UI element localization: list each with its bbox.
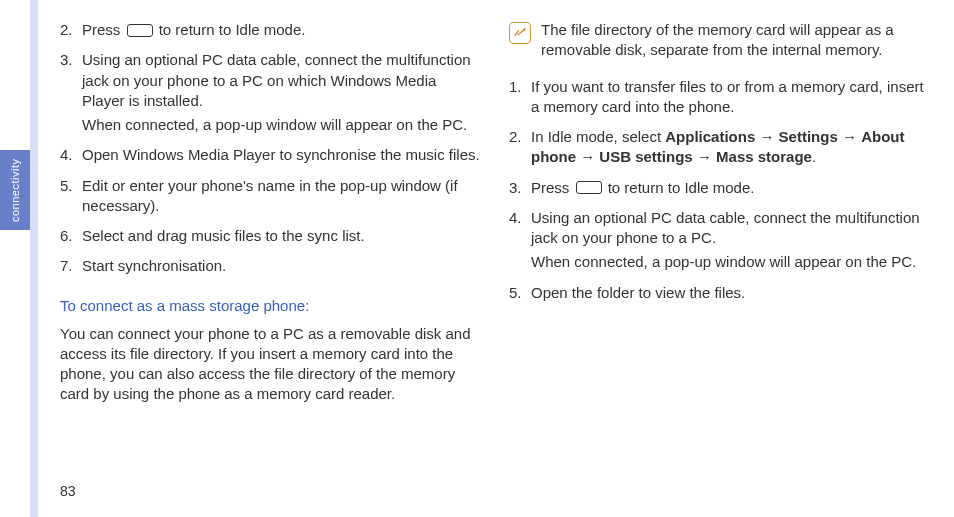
page-content: 2. Press to return to Idle mode. 3. Usin… <box>60 20 930 490</box>
step-text-secondary: When connected, a pop-up window will app… <box>82 115 481 135</box>
left-column: 2. Press to return to Idle mode. 3. Usin… <box>60 20 481 490</box>
step-text-secondary: When connected, a pop-up window will app… <box>531 252 930 272</box>
step-text: In Idle mode, select Applications → Sett… <box>531 127 930 168</box>
step-body: Using an optional PC data cable, connect… <box>82 50 481 135</box>
step-number: 6. <box>60 226 82 246</box>
step-item: 3. Using an optional PC data cable, conn… <box>60 50 481 135</box>
step-body: Using an optional PC data cable, connect… <box>531 208 930 273</box>
step-number: 4. <box>509 208 531 273</box>
step-text: Select and drag music files to the sync … <box>82 226 481 246</box>
step-body: Open the folder to view the files. <box>531 283 930 303</box>
step-body: Select and drag music files to the sync … <box>82 226 481 246</box>
step-body: Start synchronisation. <box>82 256 481 276</box>
step-number: 3. <box>60 50 82 135</box>
step-number: 1. <box>509 77 531 118</box>
step-text: Start synchronisation. <box>82 256 481 276</box>
step-item: 5. Open the folder to view the files. <box>509 283 930 303</box>
step-item: 1. If you want to transfer files to or f… <box>509 77 930 118</box>
step-text: Using an optional PC data cable, connect… <box>82 50 481 111</box>
step-number: 5. <box>509 283 531 303</box>
step-item: 6. Select and drag music files to the sy… <box>60 226 481 246</box>
step-number: 2. <box>60 20 82 40</box>
step-text: If you want to transfer files to or from… <box>531 77 930 118</box>
step-body: Open Windows Media Player to synchronise… <box>82 145 481 165</box>
step-text-post: to return to Idle mode. <box>155 21 306 38</box>
step-number: 5. <box>60 176 82 217</box>
step-text: Using an optional PC data cable, connect… <box>531 208 930 249</box>
step-item: 4. Open Windows Media Player to synchron… <box>60 145 481 165</box>
step-body: Press to return to Idle mode. <box>531 178 930 198</box>
step-item: 4. Using an optional PC data cable, conn… <box>509 208 930 273</box>
step-item: 3. Press to return to Idle mode. <box>509 178 930 198</box>
note-text: The file directory of the memory card wi… <box>541 20 930 61</box>
step-body: In Idle mode, select Applications → Sett… <box>531 127 930 168</box>
note-box: The file directory of the memory card wi… <box>509 20 930 61</box>
home-key-icon <box>576 181 602 194</box>
step-body: Edit or enter your phone's name in the p… <box>82 176 481 217</box>
step-number: 3. <box>509 178 531 198</box>
step-item: 5. Edit or enter your phone's name in th… <box>60 176 481 217</box>
home-key-icon <box>127 24 153 37</box>
paragraph: You can connect your phone to a PC as a … <box>60 324 481 405</box>
page-number: 83 <box>60 483 76 499</box>
step-item: 7. Start synchronisation. <box>60 256 481 276</box>
note-icon <box>509 22 531 44</box>
step-item: 2. Press to return to Idle mode. <box>60 20 481 40</box>
step-text: Edit or enter your phone's name in the p… <box>82 176 481 217</box>
right-column: The file directory of the memory card wi… <box>509 20 930 490</box>
step-number: 7. <box>60 256 82 276</box>
step-text-post: to return to Idle mode. <box>604 179 755 196</box>
step-body: Press to return to Idle mode. <box>82 20 481 40</box>
step-body: If you want to transfer files to or from… <box>531 77 930 118</box>
step-text: Open Windows Media Player to synchronise… <box>82 145 481 165</box>
side-tab-label: connectivity <box>0 150 30 230</box>
side-bar-decoration <box>30 0 38 517</box>
step-text-pre: Press <box>82 21 125 38</box>
step-item: 2. In Idle mode, select Applications → S… <box>509 127 930 168</box>
step-number: 4. <box>60 145 82 165</box>
step-number: 2. <box>509 127 531 168</box>
step-text: Open the folder to view the files. <box>531 283 930 303</box>
step-text-pre: Press <box>531 179 574 196</box>
subheading: To connect as a mass storage phone: <box>60 297 481 314</box>
